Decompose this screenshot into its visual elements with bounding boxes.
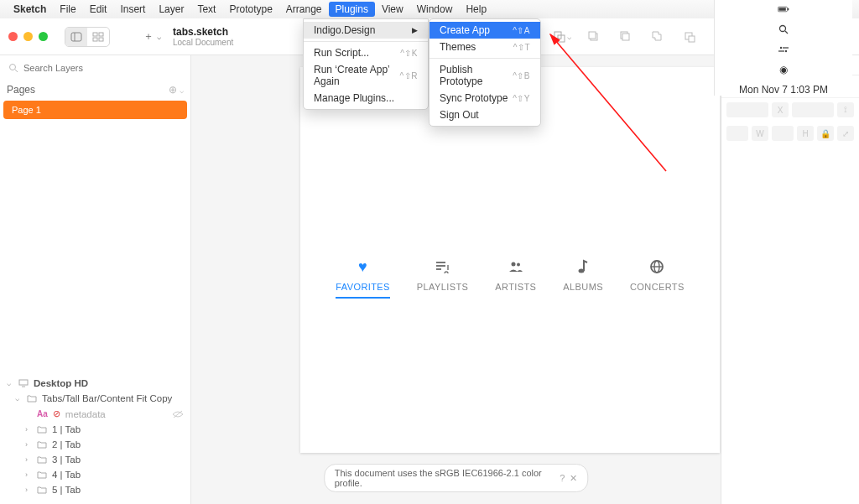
sidebar-components-toggle[interactable] xyxy=(87,28,109,46)
resize-icon[interactable]: ⤢ xyxy=(837,126,854,141)
expand-icon[interactable]: › xyxy=(25,425,32,434)
tree-artboard-root[interactable]: ⌵ Desktop HD xyxy=(0,376,190,391)
forward-icon[interactable] xyxy=(584,28,604,46)
expand-icon[interactable]: › xyxy=(25,455,32,464)
siri-icon[interactable]: ◉ xyxy=(778,64,789,75)
collapse-pages-icon[interactable]: ⌵ xyxy=(180,86,184,95)
tree-tab-2[interactable]: ›2 | Tab xyxy=(0,437,190,452)
h-field[interactable] xyxy=(772,126,794,141)
expand-icon[interactable]: ⌵ xyxy=(15,394,22,403)
expand-icon[interactable]: ⌵ xyxy=(7,379,13,387)
tree-label: 2 | Tab xyxy=(52,439,81,449)
plugin-item-indigo[interactable]: Indigo.Design ▶ xyxy=(304,22,428,39)
menu-edit[interactable]: Edit xyxy=(83,2,114,17)
layer-search-input[interactable] xyxy=(23,63,182,73)
plugin-item-manage[interactable]: Manage Plugins... xyxy=(304,90,428,107)
backward-icon[interactable] xyxy=(616,28,636,46)
minimize-window-button[interactable] xyxy=(23,32,33,41)
svg-point-4 xyxy=(780,26,786,32)
lock-aspect-icon[interactable]: 🔒 xyxy=(817,126,834,141)
color-profile-banner: This document uses the sRGB IEC61966-2.1… xyxy=(324,464,589,492)
window-controls xyxy=(8,32,48,41)
pages-label: Pages xyxy=(7,84,35,96)
submenu-signout[interactable]: Sign Out xyxy=(430,107,540,123)
tree-tab-5[interactable]: ›5 | Tab xyxy=(0,482,190,497)
tree-metadata[interactable]: Aa ⊘ metadata xyxy=(0,406,190,422)
tab-artists[interactable]: ARTISTS xyxy=(495,258,536,299)
layer-search[interactable] xyxy=(5,60,185,75)
menu-help[interactable]: Help xyxy=(459,2,493,17)
expand-icon[interactable]: › xyxy=(25,440,32,449)
add-page-icon[interactable]: ⊕ xyxy=(169,84,177,96)
expand-icon[interactable]: › xyxy=(25,470,32,479)
svg-rect-13 xyxy=(99,33,103,36)
pin-icon[interactable]: ⟟ xyxy=(837,102,854,117)
plugins-dropdown: Indigo.Design ▶ Run Script... ^⇧K Run ‘C… xyxy=(303,18,429,110)
tree-tab-1[interactable]: ›1 | Tab xyxy=(0,422,190,437)
submenu-arrow-icon: ▶ xyxy=(412,26,418,34)
control-center-icon[interactable] xyxy=(778,44,789,55)
battery-icon[interactable] xyxy=(778,3,789,15)
page-item-1[interactable]: Page 1 xyxy=(3,101,187,119)
plugin-item-runscript[interactable]: Run Script... ^⇧K xyxy=(304,44,428,61)
menu-prototype[interactable]: Prototype xyxy=(222,2,279,17)
tree-group[interactable]: ⌵ Tabs/Tall Bar/Content Fit Copy xyxy=(0,391,190,406)
menu-separator xyxy=(304,41,428,42)
expand-icon[interactable]: › xyxy=(25,486,32,494)
submenu-publish[interactable]: Publish Prototype ^⇧B xyxy=(430,61,540,90)
folder-icon xyxy=(27,394,37,403)
boolean-tool[interactable]: ⌵ xyxy=(552,28,572,46)
tree-tab-3[interactable]: ›3 | Tab xyxy=(0,452,190,467)
svg-point-8 xyxy=(785,50,787,52)
help-icon[interactable]: ? xyxy=(560,473,565,483)
tabs-component: ♥ FAVORITES PLAYLISTS ARTISTS xyxy=(300,258,720,299)
visibility-icon[interactable] xyxy=(172,410,184,418)
menu-layer[interactable]: Layer xyxy=(152,2,190,17)
svg-point-35 xyxy=(517,263,520,267)
folder-icon xyxy=(37,486,47,494)
svg-rect-28 xyxy=(19,380,28,385)
tab-concerts[interactable]: CONCERTS xyxy=(630,258,685,299)
spotlight-icon[interactable] xyxy=(778,23,789,35)
svg-rect-15 xyxy=(99,38,103,41)
menubar-clock[interactable]: Mon Nov 7 1:03 PM xyxy=(739,84,828,96)
menu-view[interactable]: View xyxy=(375,2,410,17)
tab-playlists[interactable]: PLAYLISTS xyxy=(417,258,468,299)
h-label: H xyxy=(797,126,814,141)
insert-button[interactable]: ＋ ⌵ xyxy=(143,29,161,44)
sidebar-layers-toggle[interactable] xyxy=(65,28,87,46)
svg-line-27 xyxy=(15,70,18,72)
tab-favorites[interactable]: ♥ FAVORITES xyxy=(336,258,390,299)
app-name[interactable]: Sketch xyxy=(13,3,46,15)
y-field[interactable] xyxy=(792,102,834,117)
menu-arrange[interactable]: Arrange xyxy=(279,2,329,17)
x-field[interactable] xyxy=(726,102,768,117)
w-field[interactable] xyxy=(726,126,748,141)
menubar-right: ◐ ● 🇺🇸 ◉ Mon Nov 7 1:03 PM xyxy=(714,0,852,96)
close-banner-icon[interactable]: ✕ xyxy=(570,473,577,484)
menu-plugins[interactable]: Plugins xyxy=(329,2,375,17)
submenu-sync[interactable]: Sync Prototype ^⇧Y xyxy=(430,90,540,107)
submenu-themes[interactable]: Themes ^⇧T xyxy=(430,39,540,55)
union-icon[interactable] xyxy=(648,28,668,46)
heart-icon: ♥ xyxy=(358,258,367,275)
menu-text[interactable]: Text xyxy=(190,2,222,17)
plugin-item-runagain[interactable]: Run ‘Create App’ Again ^⇧R xyxy=(304,61,428,90)
menu-insert[interactable]: Insert xyxy=(113,2,152,17)
tree-label: metadata xyxy=(65,409,106,419)
menu-window[interactable]: Window xyxy=(410,2,460,17)
tree-label: 1 | Tab xyxy=(52,424,81,434)
tree-tab-4[interactable]: ›4 | Tab xyxy=(0,467,190,482)
submenu-item-label: Themes xyxy=(440,41,476,53)
subtract-icon[interactable] xyxy=(679,28,700,46)
close-window-button[interactable] xyxy=(8,32,18,41)
plugin-item-label: Run ‘Create App’ Again xyxy=(314,64,400,87)
macos-menubar: Sketch File Edit Insert Layer Text Proto… xyxy=(0,0,859,18)
layer-tree: ⌵ Desktop HD ⌵ Tabs/Tall Bar/Content Fit… xyxy=(0,372,190,504)
svg-point-26 xyxy=(10,65,16,70)
document-title-block[interactable]: tabs.sketch Local Document xyxy=(173,26,233,47)
tab-albums[interactable]: ALBUMS xyxy=(563,258,603,299)
zoom-window-button[interactable] xyxy=(39,32,48,41)
submenu-create-app[interactable]: Create App ^⇧A xyxy=(430,22,540,39)
menu-file[interactable]: File xyxy=(53,2,82,17)
